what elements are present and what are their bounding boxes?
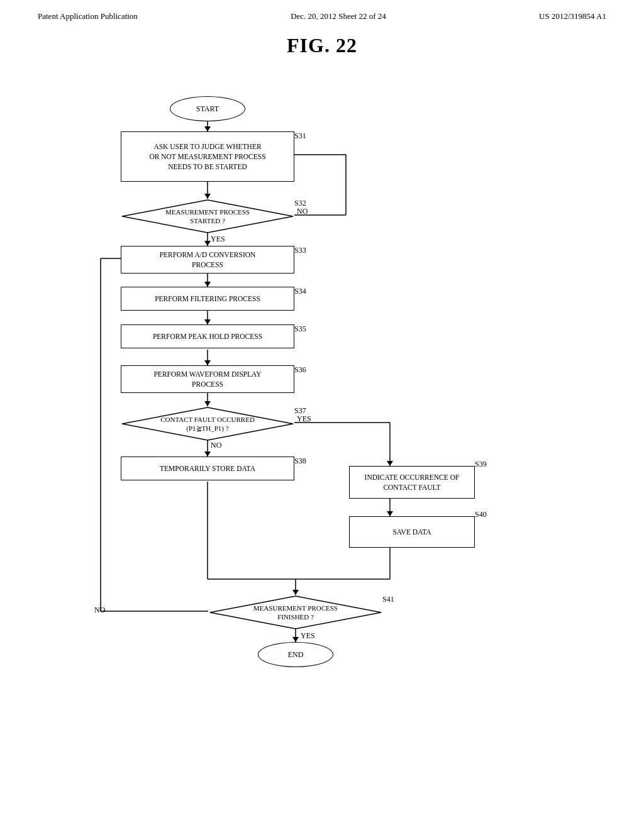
s31-label: S31	[294, 131, 306, 141]
s38-label: S38	[294, 456, 306, 466]
s35-node: PERFORM PEAK HOLD PROCESS	[121, 324, 294, 348]
svg-marker-31	[292, 637, 299, 642]
s37-node: CONTACT FAULT OCCURRED(P1≧TH_P1) ?	[121, 406, 294, 441]
s34-node: PERFORM FILTERING PROCESS	[121, 287, 294, 311]
header-left: Patent Application Publication	[38, 11, 138, 21]
end-node: END	[258, 642, 333, 667]
s37-no-label: NO	[211, 441, 221, 450]
s38-node: TEMPORARILY STORE DATA	[121, 456, 294, 480]
s33-node: PERFORM A/D CONVERSIONPROCESS	[121, 246, 294, 274]
svg-marker-29	[292, 590, 299, 595]
svg-marker-5	[204, 241, 211, 246]
svg-marker-11	[204, 282, 211, 287]
page-header: Patent Application Publication Dec. 20, …	[0, 0, 644, 21]
s39-node: INDICATE OCCURRENCE OFCONTACT FAULT	[349, 466, 475, 499]
figure-title: FIG. 22	[0, 34, 644, 57]
s41-node: MEASUREMENT PROCESSFINISHED ?	[209, 595, 382, 630]
s40-node: SAVE DATA	[349, 516, 475, 548]
start-node: START	[170, 96, 245, 121]
s32-node: MEASUREMENT PROCESSSTARTED ?	[121, 199, 294, 234]
flowchart-diagram: START ASK USER TO JUDGE WHETHEROR NOT ME…	[0, 64, 644, 818]
s40-label: S40	[475, 510, 487, 519]
svg-marker-3	[204, 194, 211, 199]
s41-label: S41	[382, 595, 394, 604]
s33-label: S33	[294, 246, 306, 255]
s41-yes-label: YES	[301, 631, 315, 641]
header-center: Dec. 20, 2012 Sheet 22 of 24	[291, 11, 386, 21]
s32-no-label: NO	[297, 207, 308, 216]
header-right: US 2012/319854 A1	[539, 11, 606, 21]
connector-lines	[0, 64, 644, 818]
s34-label: S34	[294, 287, 306, 296]
svg-marker-13	[204, 319, 211, 324]
s36-label: S36	[294, 365, 306, 375]
svg-marker-22	[387, 461, 393, 466]
s31-node: ASK USER TO JUDGE WHETHEROR NOT MEASUREM…	[121, 131, 294, 182]
s37-yes-label: YES	[297, 414, 311, 424]
svg-marker-24	[387, 511, 393, 516]
svg-marker-17	[204, 401, 211, 406]
s32-yes-label: YES	[211, 235, 225, 244]
svg-marker-15	[204, 360, 211, 365]
svg-marker-19	[204, 451, 211, 456]
s35-label: S35	[294, 324, 306, 334]
s39-label: S39	[475, 460, 487, 469]
svg-marker-1	[204, 126, 211, 131]
s36-node: PERFORM WAVEFORM DISPLAYPROCESS	[121, 365, 294, 393]
s41-no-label: NO	[94, 606, 105, 615]
